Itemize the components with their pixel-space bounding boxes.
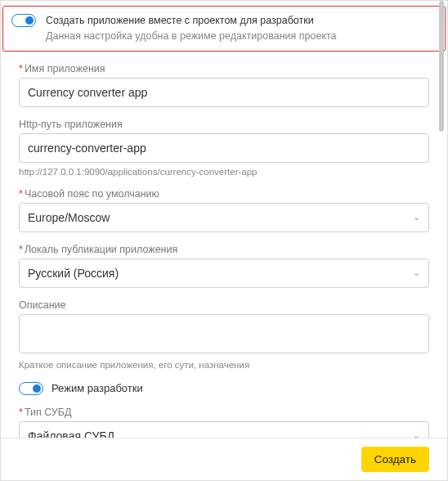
label-timezone: *Часовой пояс по умолчанию <box>19 188 429 200</box>
toggle-knob <box>25 16 34 25</box>
field-dev-mode: Режим разработки <box>19 381 429 395</box>
input-app-name[interactable] <box>19 78 429 107</box>
select-timezone[interactable]: Europe/Moscow ⌄ <box>19 203 429 232</box>
field-app-name: *Имя приложения <box>19 63 429 107</box>
dev-mode-toggle[interactable] <box>19 382 43 395</box>
create-with-project-toggle[interactable] <box>11 14 36 27</box>
callout-text: Создать приложение вместе с проектом для… <box>46 13 437 44</box>
toggle-knob <box>33 384 41 393</box>
chevron-down-icon: ⌄ <box>413 212 420 223</box>
field-locale: *Локаль публикации приложения Русский (Р… <box>19 244 429 288</box>
http-path-preview: http://127.0.0.1:9090/applications/curre… <box>19 167 429 177</box>
label-app-name: *Имя приложения <box>19 63 429 74</box>
callout-title: Создать приложение вместе с проектом для… <box>46 13 437 29</box>
field-timezone: *Часовой пояс по умолчанию Europe/Moscow… <box>19 188 429 232</box>
label-db-type: *Тип СУБД <box>19 407 429 418</box>
chevron-down-icon: ⌄ <box>413 267 420 278</box>
field-description: Описание Краткое описание приложения, ег… <box>19 299 429 370</box>
label-dev-mode: Режим разработки <box>52 382 143 394</box>
field-http-path: Http-путь приложения http://127.0.0.1:90… <box>19 119 429 177</box>
create-with-project-callout: Создать приложение вместе с проектом для… <box>2 6 446 52</box>
callout-subtitle: Данная настройка удобна в режиме редакти… <box>46 29 437 44</box>
label-http-path: Http-путь приложения <box>19 119 429 130</box>
helper-description: Краткое описание приложения, его сути, н… <box>19 360 429 370</box>
submit-button[interactable]: Создать <box>361 447 429 472</box>
scrollbar-track[interactable] <box>438 1 446 431</box>
select-locale[interactable]: Русский (Россия) ⌄ <box>19 258 429 288</box>
label-description: Описание <box>19 299 429 311</box>
footer: Создать <box>1 438 447 480</box>
scrollbar-thumb[interactable] <box>439 1 444 132</box>
input-http-path[interactable] <box>19 133 429 163</box>
select-timezone-value: Europe/Moscow <box>28 211 110 224</box>
select-locale-value: Русский (Россия) <box>28 267 119 280</box>
app-form: *Имя приложения Http-путь приложения htt… <box>1 63 447 451</box>
label-locale: *Локаль публикации приложения <box>19 244 429 255</box>
textarea-description[interactable] <box>19 314 429 353</box>
